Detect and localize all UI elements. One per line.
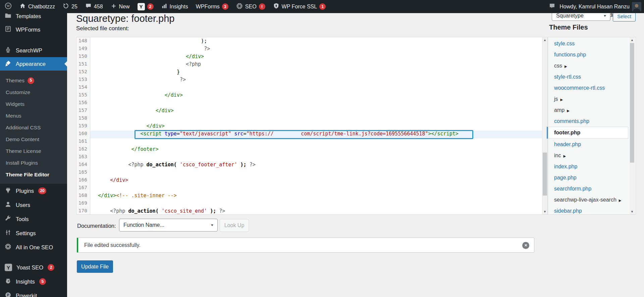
- sidebar-item-wpforms[interactable]: WPForms: [0, 23, 67, 36]
- code-line-154[interactable]: [90, 84, 542, 92]
- sidebar-item-users[interactable]: Users: [0, 198, 67, 212]
- sidebar-item-all-in-one-seo[interactable]: All in One SEO: [0, 240, 67, 254]
- notice-text: File edited successfully.: [84, 242, 141, 248]
- scroll-down-arrow[interactable]: ▼: [542, 209, 547, 214]
- new-content-menu[interactable]: New: [111, 3, 130, 10]
- code-line-169[interactable]: [90, 200, 542, 208]
- sidebar-item-powerkit[interactable]: PPowerkit: [0, 289, 67, 297]
- sidebar-item-themes[interactable]: Themes5: [0, 75, 67, 86]
- theme-file-searchform-php[interactable]: searchform.php: [548, 183, 629, 194]
- sidebar-item-tools[interactable]: Tools: [0, 212, 67, 226]
- sidebar-item-appearance[interactable]: Appearance: [0, 57, 67, 71]
- wpforms-menu[interactable]: WPForms 3: [196, 3, 228, 10]
- sidebar-item-insights[interactable]: Insights5: [0, 274, 67, 289]
- code-line-167[interactable]: [90, 185, 542, 193]
- code-line-153[interactable]: ?>: [90, 77, 542, 84]
- editor-scrollbar[interactable]: ▲ ▼: [542, 37, 547, 214]
- sidebar-item-label: Plugins: [16, 188, 34, 194]
- site-name-menu[interactable]: Chatbotzzz: [19, 3, 55, 10]
- avatar: [632, 2, 641, 11]
- scroll-up-arrow[interactable]: ▲: [542, 37, 547, 43]
- code-line-159[interactable]: </div>: [90, 123, 542, 131]
- code-line-164[interactable]: <?php do_action( 'csco_footer_after' ); …: [90, 162, 542, 169]
- code-line-150[interactable]: </div>: [90, 53, 542, 61]
- theme-file-page-php[interactable]: page.php: [548, 172, 629, 183]
- sidebar-item-demo-content[interactable]: Demo Content: [0, 133, 67, 145]
- theme-file-comments-php[interactable]: comments.php: [548, 116, 629, 127]
- code-line-148[interactable]: );: [90, 38, 542, 46]
- plus-icon: [111, 3, 117, 10]
- my-account-menu[interactable]: Howdy, Kamrul Hasan Ranzu: [559, 2, 641, 11]
- count-badge: 20: [38, 187, 46, 194]
- dismiss-notice-icon[interactable]: ✕: [522, 242, 529, 249]
- yoast-menu[interactable]: Y 2: [138, 3, 154, 10]
- code-line-165[interactable]: [90, 169, 542, 177]
- code-line-160[interactable]: <script type="text/javascript" src="http…: [90, 131, 542, 138]
- code-line-170[interactable]: <?php do_action( 'csco_site_end' ); ?>: [90, 208, 542, 214]
- sidebar-item-settings[interactable]: Settings: [0, 226, 67, 240]
- theme-file-inc[interactable]: inc▶: [548, 150, 629, 161]
- svg-text:W: W: [7, 4, 10, 8]
- look-up-button[interactable]: Look Up: [220, 219, 249, 232]
- scroll-up-arrow[interactable]: ▲: [630, 37, 635, 43]
- sidebar-item-plugins[interactable]: Plugins20: [0, 184, 67, 198]
- folder-arrow-icon: ▶: [619, 199, 622, 202]
- function-name-select[interactable]: Function Name... ▼: [119, 219, 218, 231]
- theme-file-searchwp-live-ajax-search[interactable]: searchwp-live-ajax-search▶: [548, 194, 629, 205]
- code-line-156[interactable]: [90, 100, 542, 108]
- code-line-163[interactable]: [90, 154, 542, 162]
- wp-logo-menu[interactable]: W: [5, 2, 12, 11]
- sidebar-item-menus[interactable]: Menus: [0, 110, 67, 122]
- comments-menu[interactable]: 458: [85, 3, 103, 10]
- insights-menu[interactable]: Insights: [161, 3, 188, 10]
- folder-arrow-icon: ▶: [560, 98, 563, 101]
- theme-file-amp[interactable]: amp▶: [548, 104, 629, 116]
- sidebar-item-additional-css[interactable]: Additional CSS: [0, 122, 67, 133]
- code-line-166[interactable]: </div>: [90, 177, 542, 185]
- editor-scroll-thumb[interactable]: [543, 153, 547, 196]
- wrench-icon: [5, 215, 11, 223]
- sidebar-item-label: SearchWP: [16, 47, 42, 54]
- theme-files-scroll-thumb[interactable]: [630, 43, 634, 163]
- theme-files-scrollbar[interactable]: ▲ ▼: [630, 37, 635, 214]
- seo-menu[interactable]: SEO !: [236, 3, 265, 11]
- update-file-button[interactable]: Update File: [77, 260, 113, 273]
- chevron-down-icon: ▼: [603, 14, 607, 17]
- code-line-161[interactable]: [90, 138, 542, 146]
- code-line-155[interactable]: </div>: [90, 92, 542, 100]
- scroll-down-arrow[interactable]: ▼: [630, 209, 635, 214]
- code-line-151[interactable]: <?php: [90, 61, 542, 69]
- theme-file-woocommerce-rtl-css[interactable]: woocommerce-rtl.css: [548, 82, 629, 93]
- theme-file-js[interactable]: js▶: [548, 93, 629, 104]
- theme-file-sidebar-php[interactable]: sidebar.php: [548, 205, 629, 216]
- code-line-152[interactable]: }: [90, 69, 542, 77]
- theme-select-value: Squaretype: [556, 13, 584, 19]
- theme-file-css[interactable]: css▶: [548, 60, 629, 71]
- wp-force-ssl-menu[interactable]: WP Force SSL 1: [273, 3, 326, 10]
- sidebar-item-theme-license[interactable]: Theme License: [0, 145, 67, 157]
- sidebar-item-widgets[interactable]: Widgets: [0, 98, 67, 110]
- code-lines[interactable]: ); ?> </div> <?php } ?> </: [90, 37, 542, 214]
- sidebar-item-yoast-seo[interactable]: YYoast SEO2: [0, 260, 67, 274]
- code-line-157[interactable]: </div>: [90, 108, 542, 115]
- theme-file-style-rtl-css[interactable]: style-rtl.css: [548, 71, 629, 82]
- sidebar-item-install-plugins[interactable]: Install Plugins: [0, 157, 67, 169]
- theme-file-header-php[interactable]: header.php: [548, 139, 629, 150]
- line-number: 162: [76, 146, 90, 154]
- theme-file-index-php[interactable]: index.php: [548, 161, 629, 172]
- success-notice: File edited successfully. ✕: [77, 238, 534, 253]
- theme-file-style-css[interactable]: style.css: [548, 38, 629, 49]
- sidebar-item-customize[interactable]: Customize: [0, 86, 67, 98]
- code-line-149[interactable]: ?>: [90, 46, 542, 53]
- sidebar-item-theme-file-editor[interactable]: Theme File Editor: [0, 169, 67, 180]
- code-line-158[interactable]: [90, 115, 542, 123]
- feedback-bubble[interactable]: [549, 3, 555, 11]
- sidebar-item-searchwp[interactable]: SearchWP: [0, 44, 67, 57]
- updates-menu[interactable]: 25: [63, 3, 77, 10]
- theme-file-functions-php[interactable]: functions.php: [548, 49, 629, 60]
- code-line-168[interactable]: </div><!-- .site-inner -->: [90, 193, 542, 200]
- line-number: 167: [76, 185, 90, 193]
- line-number: 160: [76, 131, 90, 138]
- theme-file-footer-php[interactable]: footer.php: [547, 127, 628, 139]
- code-line-162[interactable]: </footer>: [90, 146, 542, 154]
